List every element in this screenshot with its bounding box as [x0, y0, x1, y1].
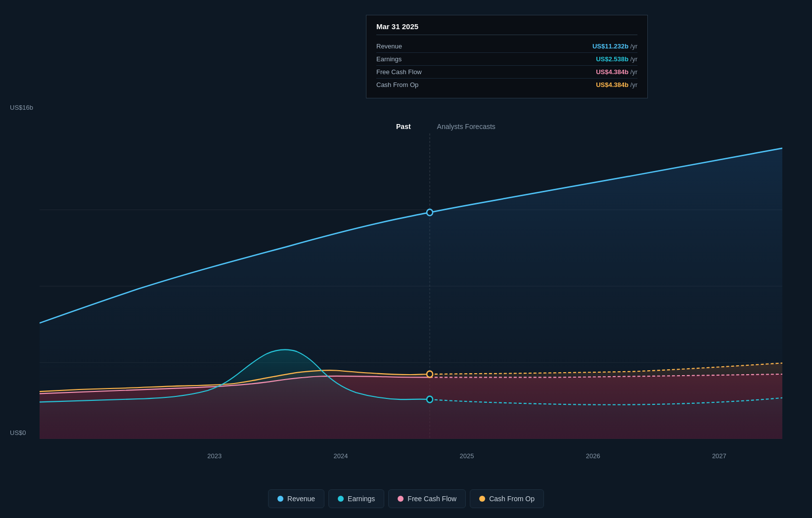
- tooltip-value-cashop: US$4.384b /yr: [596, 81, 637, 88]
- tooltip-metric-revenue: Revenue: [376, 43, 402, 50]
- legend-label-earnings: Earnings: [348, 495, 375, 503]
- x-label-2025: 2025: [460, 452, 474, 460]
- x-label-2024: 2024: [333, 452, 348, 460]
- past-label: Past: [396, 123, 411, 130]
- y-axis-bottom-label: US$0: [10, 429, 26, 436]
- tooltip-metric-cashop: Cash From Op: [376, 81, 418, 88]
- legend-label-cashop: Cash From Op: [489, 495, 535, 503]
- legend-item-fcf[interactable]: Free Cash Flow: [388, 489, 466, 508]
- forecast-label: Analysts Forecasts: [437, 123, 496, 130]
- tooltip-row-cashop: Cash From Op US$4.384b /yr: [376, 79, 637, 91]
- legend-dot-earnings: [338, 496, 344, 502]
- legend-dot-revenue: [277, 496, 283, 502]
- legend-item-earnings[interactable]: Earnings: [328, 489, 384, 508]
- cashop-dot: [427, 371, 433, 378]
- tooltip-row-fcf: Free Cash Flow US$4.384b /yr: [376, 66, 637, 79]
- earnings-dot: [427, 396, 433, 403]
- chart-svg: [40, 133, 782, 439]
- y-axis-top-label: US$16b: [10, 104, 33, 111]
- tooltip-row-earnings: Earnings US$2.538b /yr: [376, 53, 637, 66]
- legend-label-revenue: Revenue: [287, 495, 315, 503]
- revenue-dot: [427, 209, 433, 216]
- legend-dot-fcf: [398, 496, 404, 502]
- tooltip-row-revenue: Revenue US$11.232b /yr: [376, 40, 637, 53]
- tooltip-value-revenue: US$11.232b /yr: [592, 43, 637, 50]
- legend-item-revenue[interactable]: Revenue: [268, 489, 324, 508]
- legend-item-cashop[interactable]: Cash From Op: [470, 489, 544, 508]
- tooltip-value-fcf: US$4.384b /yr: [596, 68, 637, 76]
- chart-container: US$16b US$0 Mar 31 2025 Revenue US$11.23…: [0, 0, 812, 518]
- legend-dot-cashop: [479, 496, 485, 502]
- x-axis: 2023 2024 2025 2026 2027: [40, 452, 782, 460]
- tooltip-metric-fcf: Free Cash Flow: [376, 68, 422, 76]
- tooltip-value-earnings: US$2.538b /yr: [596, 55, 637, 63]
- x-label-2023: 2023: [207, 452, 222, 460]
- tooltip-date: Mar 31 2025: [376, 22, 637, 35]
- legend: Revenue Earnings Free Cash Flow Cash Fro…: [268, 489, 544, 508]
- tooltip: Mar 31 2025 Revenue US$11.232b /yr Earni…: [366, 15, 648, 98]
- tooltip-metric-earnings: Earnings: [376, 55, 402, 63]
- x-label-2027: 2027: [712, 452, 726, 460]
- x-label-2026: 2026: [586, 452, 600, 460]
- legend-label-fcf: Free Cash Flow: [407, 495, 456, 503]
